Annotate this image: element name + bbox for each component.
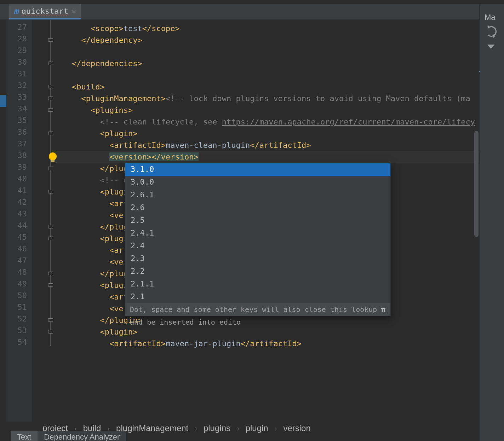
line-number: 33 <box>9 93 27 101</box>
fold-guide <box>50 20 51 346</box>
line-number: 44 <box>9 221 27 230</box>
line-number: 52 <box>9 314 27 323</box>
code-line[interactable]: </dependency> <box>53 34 479 46</box>
code-completion-popup[interactable]: 3.1.03.0.02.6.12.62.52.4.12.42.32.22.1.1… <box>125 163 391 316</box>
bottom-tab[interactable]: Text <box>11 431 38 441</box>
breadcrumb-item[interactable]: plugins <box>204 423 230 433</box>
line-number: 29 <box>9 46 27 55</box>
completion-item[interactable]: 3.1.0 <box>125 163 390 176</box>
sync-icon[interactable] <box>486 26 497 37</box>
completion-item[interactable]: 2.5 <box>125 214 390 227</box>
line-number: 50 <box>9 291 27 300</box>
line-number: 51 <box>9 303 27 312</box>
line-number: 38 <box>9 151 27 160</box>
completion-item[interactable]: 3.0.0 <box>125 176 390 188</box>
code-line[interactable]: <pluginManagement><!-- lock down plugins… <box>53 93 479 104</box>
bottom-view-tabs[interactable]: TextDependency Analyzer <box>11 431 126 441</box>
popup-hint-icon: π <box>381 303 385 316</box>
fold-toggle-icon[interactable] <box>48 237 53 240</box>
line-number: 54 <box>9 338 27 347</box>
breadcrumb-separator: › <box>237 424 239 433</box>
file-tab-name: quickstart <box>21 7 68 16</box>
editor-tab-bar: m quickstart × <box>0 4 504 20</box>
line-number: 48 <box>9 268 27 277</box>
code-line[interactable]: <artifactId>maven-jar-plugin</artifactId… <box>53 338 479 349</box>
bottom-tab[interactable]: Dependency Analyzer <box>38 431 126 441</box>
breadcrumb-separator: › <box>275 424 277 433</box>
completion-item[interactable]: 2.2 <box>125 265 390 278</box>
fold-toggle-icon[interactable] <box>48 283 53 287</box>
code-line[interactable] <box>53 46 479 58</box>
fold-column <box>39 20 53 422</box>
line-number: 35 <box>9 116 27 125</box>
line-number: 34 <box>9 104 27 113</box>
fold-toggle-icon[interactable] <box>48 190 53 193</box>
line-number: 49 <box>9 279 27 288</box>
chevron-down-icon[interactable] <box>487 45 494 49</box>
line-number: 39 <box>9 163 27 172</box>
line-number: 53 <box>9 326 27 335</box>
line-number: 30 <box>9 58 27 66</box>
line-number: 28 <box>9 34 27 43</box>
breadcrumb-item[interactable]: version <box>283 423 310 433</box>
line-number-gutter: 2728293031323334353637383940414243444546… <box>6 20 32 422</box>
completion-item[interactable]: 2.3 <box>125 252 390 265</box>
line-number: 32 <box>9 81 27 90</box>
code-line[interactable]: <artifactId>maven-clean-plugin</artifact… <box>53 139 479 151</box>
completion-item[interactable]: 2.6.1 <box>125 188 390 201</box>
completion-item[interactable]: 2.1 <box>125 290 390 303</box>
code-line[interactable]: <version></version> <box>53 151 479 163</box>
fold-toggle-icon[interactable] <box>48 318 53 322</box>
code-line[interactable]: <build> <box>53 81 479 93</box>
tab-bar-gutter <box>0 4 9 19</box>
maven-tool-sidebar[interactable]: Ma <box>479 4 504 441</box>
popup-hint: Dot, space and some other keys will also… <box>125 303 390 316</box>
fold-toggle-icon[interactable] <box>48 330 53 333</box>
code-line[interactable]: <plugins> <box>53 104 479 116</box>
maven-tool-label: Ma <box>485 13 496 22</box>
breadcrumb-item[interactable]: pluginManagement <box>116 423 188 433</box>
fold-toggle-icon[interactable] <box>48 62 53 65</box>
fold-toggle-icon[interactable] <box>48 85 53 88</box>
code-line[interactable]: </dependencies> <box>53 58 479 69</box>
line-number: 47 <box>9 256 27 265</box>
completion-item[interactable]: 2.4 <box>125 239 390 252</box>
completion-item[interactable]: 2.6 <box>125 201 390 214</box>
left-selection-stripe <box>0 95 6 107</box>
breadcrumb-separator: › <box>195 424 197 433</box>
code-line[interactable]: <plugin> <box>53 326 479 338</box>
line-number: 37 <box>9 139 27 148</box>
completion-item[interactable]: 2.1.1 <box>125 278 390 290</box>
maven-icon: m <box>13 6 18 16</box>
code-line[interactable]: <scope>test</scope> <box>53 23 479 34</box>
fold-toggle-icon[interactable] <box>48 167 53 170</box>
fold-toggle-icon[interactable] <box>48 97 53 100</box>
fold-toggle-icon[interactable] <box>48 272 53 275</box>
file-tab-quickstart[interactable]: m quickstart × <box>9 4 81 19</box>
fold-toggle-icon[interactable] <box>48 108 53 112</box>
line-number: 27 <box>9 23 27 31</box>
line-number: 46 <box>9 244 27 253</box>
code-line[interactable] <box>53 69 479 81</box>
popup-hint-text: Dot, space and some other keys will also… <box>130 303 381 316</box>
line-number: 42 <box>9 198 27 207</box>
scrollbar-thumb[interactable] <box>474 131 479 237</box>
fold-toggle-icon[interactable] <box>48 132 53 135</box>
line-number: 31 <box>9 69 27 78</box>
close-icon[interactable]: × <box>71 7 77 16</box>
completion-item[interactable]: 2.4.1 <box>125 227 390 239</box>
line-number: 45 <box>9 233 27 242</box>
fold-toggle-icon[interactable] <box>48 225 53 228</box>
fold-toggle-icon[interactable] <box>48 38 53 42</box>
code-line[interactable]: <plugin> <box>53 128 479 139</box>
line-number: 43 <box>9 209 27 218</box>
line-number: 40 <box>9 174 27 183</box>
code-line[interactable]: <!-- clean lifecycle, see https://maven.… <box>53 116 479 128</box>
breadcrumb-item[interactable]: plugin <box>246 423 268 433</box>
line-number: 41 <box>9 186 27 195</box>
line-number: 36 <box>9 128 27 137</box>
intention-bulb-icon[interactable] <box>49 152 57 160</box>
